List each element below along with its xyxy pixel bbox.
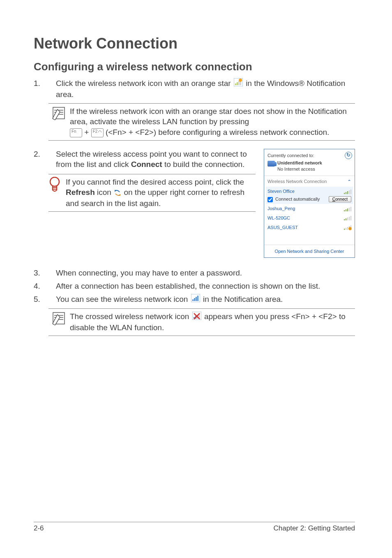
step5-pre: You can see the wireless network icon bbox=[56, 295, 188, 303]
signal-bars-icon bbox=[344, 206, 352, 211]
step-text: When connecting, you may have to enter a… bbox=[56, 268, 355, 278]
note1-line1: If the wireless network icon with an ora… bbox=[70, 107, 347, 126]
step-3: 3. When connecting, you may have to ente… bbox=[34, 268, 355, 278]
note-icon bbox=[52, 311, 66, 333]
page-footer: 2-6 Chapter 2: Getting Started bbox=[34, 522, 355, 533]
page-title: Network Connection bbox=[34, 34, 355, 54]
signal-bars-icon bbox=[344, 215, 352, 220]
signal-bars-icon bbox=[344, 189, 352, 194]
plus-sign: + bbox=[84, 128, 91, 137]
network-name: WL-520GC bbox=[267, 215, 290, 221]
popup-noaccess: No Internet access bbox=[277, 166, 322, 172]
step-number: 5. bbox=[34, 294, 56, 305]
tip-icon bbox=[48, 177, 62, 209]
step-text: Click the wireless network icon with an … bbox=[56, 78, 355, 100]
tip-text: If you cannot find the desired access po… bbox=[66, 177, 256, 209]
network-device-icon bbox=[267, 161, 275, 167]
note-icon bbox=[52, 106, 66, 138]
step5-post: in the Notification area. bbox=[203, 295, 283, 303]
note2-pre: The crossed wireless network icon bbox=[70, 312, 189, 321]
network-item[interactable]: ASUS_GUEST ! bbox=[267, 223, 351, 232]
note-box-1: If the wireless network icon with an ora… bbox=[48, 103, 355, 141]
wifi-connected-icon bbox=[191, 294, 200, 305]
step-text: After a connection has been established,… bbox=[56, 281, 355, 292]
step-number: 4. bbox=[34, 281, 56, 292]
svg-rect-3 bbox=[238, 81, 240, 85]
network-name: ASUS_GUEST bbox=[267, 225, 298, 231]
popup-currently-label: Currently connected to: bbox=[267, 153, 351, 159]
wifi-orange-star-icon bbox=[234, 78, 243, 89]
popup-refresh-button[interactable]: ↻ bbox=[345, 152, 352, 159]
step-text: Select the wireless access point you wan… bbox=[56, 149, 256, 170]
tip-bold: Refresh bbox=[66, 188, 95, 197]
svg-rect-13 bbox=[192, 299, 194, 301]
wifi-popup: Currently connected to: Unidentified net… bbox=[264, 149, 355, 258]
svg-rect-1 bbox=[235, 83, 236, 85]
collapse-caret-icon[interactable]: ⌃ bbox=[347, 178, 351, 185]
network-name: Joshua_Peng bbox=[267, 206, 295, 212]
section-heading: Configuring a wireless network connectio… bbox=[34, 60, 355, 74]
step1-pre: Click the wireless network icon with an … bbox=[56, 79, 231, 88]
connect-auto-checkbox[interactable]: Connect automatically bbox=[267, 196, 320, 202]
signal-bars-warning-icon: ! bbox=[344, 225, 352, 230]
chapter-label: Chapter 2: Getting Started bbox=[274, 524, 355, 533]
svg-rect-14 bbox=[194, 298, 195, 301]
svg-rect-15 bbox=[196, 297, 197, 301]
step2-bold: Connect bbox=[131, 160, 162, 169]
network-item[interactable]: WL-520GC bbox=[267, 213, 351, 223]
step-2: 2. Select the wireless access point you … bbox=[34, 149, 256, 170]
fn-key-icon: Fn bbox=[70, 128, 82, 137]
note-box-2: The crossed wireless network icon appear… bbox=[48, 308, 355, 336]
tip-pre: If you cannot find the desired access po… bbox=[66, 178, 244, 186]
tip-box: If you cannot find the desired access po… bbox=[48, 174, 256, 212]
refresh-arrows-icon bbox=[114, 188, 121, 199]
popup-header: Currently connected to: Unidentified net… bbox=[264, 149, 355, 176]
step-text: You can see the wireless network icon in… bbox=[56, 294, 355, 305]
network-item-selected[interactable]: Steven Office Connect automatically Conn… bbox=[266, 187, 353, 204]
note-text: If the wireless network icon with an ora… bbox=[70, 106, 355, 138]
page-number: 2-6 bbox=[34, 524, 44, 533]
network-list: Steven Office Connect automatically Conn… bbox=[264, 186, 355, 244]
popup-section-label: Wireless Network Connection ⌃ bbox=[264, 176, 355, 186]
svg-point-5 bbox=[239, 79, 242, 82]
svg-text:!: ! bbox=[350, 227, 350, 230]
svg-rect-2 bbox=[237, 82, 238, 85]
step-4: 4. After a connection has been establish… bbox=[34, 281, 355, 292]
note1-line2: (<Fn> + <F2>) before configuring a wirel… bbox=[106, 128, 329, 137]
svg-point-7 bbox=[50, 177, 59, 186]
step-1: 1. Click the wireless network icon with … bbox=[34, 78, 355, 100]
wifi-crossed-icon bbox=[192, 312, 201, 323]
step-number: 3. bbox=[34, 268, 56, 278]
step-5: 5. You can see the wireless network icon… bbox=[34, 294, 355, 305]
step2-post: to build the connection. bbox=[162, 160, 245, 169]
note-text: The crossed wireless network icon appear… bbox=[70, 311, 355, 333]
step-number: 1. bbox=[34, 78, 56, 100]
connect-button[interactable]: Connect bbox=[329, 196, 351, 202]
svg-rect-16 bbox=[197, 296, 198, 301]
step-number: 2. bbox=[34, 149, 56, 170]
open-network-center-link[interactable]: Open Network and Sharing Center bbox=[264, 245, 355, 258]
popup-unidentified: Unidentified network bbox=[277, 160, 322, 166]
network-name: Steven Office bbox=[267, 188, 295, 194]
network-item[interactable]: Joshua_Peng bbox=[267, 204, 351, 213]
tip-mid: icon bbox=[95, 188, 113, 197]
f2-key-icon: F2 bbox=[91, 128, 104, 137]
